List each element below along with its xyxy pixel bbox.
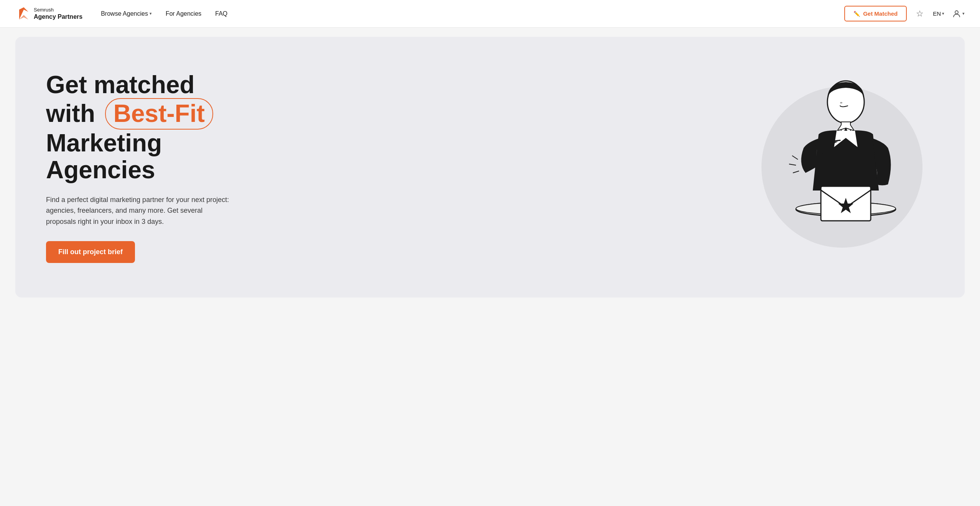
svg-marker-0 xyxy=(19,7,28,20)
nav-browse-agencies[interactable]: Browse Agencies ▾ xyxy=(101,10,152,17)
main-nav: Browse Agencies ▾ For Agencies FAQ xyxy=(101,10,844,17)
chevron-down-icon: ▾ xyxy=(942,11,944,16)
svg-line-11 xyxy=(793,171,799,173)
hero-subtitle: Find a perfect digital marketing partner… xyxy=(46,194,230,227)
svg-point-2 xyxy=(955,11,958,14)
hero-heading: Get matched with Best-Fit Marketing Agen… xyxy=(46,71,261,184)
hero-card: Get matched with Best-Fit Marketing Agen… xyxy=(15,37,965,297)
svg-point-4 xyxy=(840,102,842,104)
logo-agency: Agency Partners xyxy=(34,13,82,20)
user-icon xyxy=(952,9,961,18)
best-fit-badge: Best-Fit xyxy=(105,98,213,130)
hero-heading-line3: Marketing Agencies xyxy=(46,130,261,184)
logo-text: Semrush Agency Partners xyxy=(34,7,82,20)
svg-line-10 xyxy=(789,164,796,165)
header: Semrush Agency Partners Browse Agencies … xyxy=(0,0,980,28)
user-account-button[interactable]: ▾ xyxy=(952,9,965,18)
nav-faq[interactable]: FAQ xyxy=(215,10,227,17)
fill-project-brief-button[interactable]: Fill out project brief xyxy=(46,241,135,263)
svg-line-9 xyxy=(792,156,798,159)
favorite-button[interactable]: ☆ xyxy=(914,7,925,20)
pencil-icon: ✏️ xyxy=(853,11,860,17)
semrush-logo-icon xyxy=(15,7,30,21)
nav-for-agencies[interactable]: For Agencies xyxy=(166,10,201,17)
chevron-down-icon: ▾ xyxy=(962,11,965,16)
get-matched-button[interactable]: ✏️ Get Matched xyxy=(844,6,907,21)
hero-content: Get matched with Best-Fit Marketing Agen… xyxy=(46,71,261,263)
hero-heading-line1: Get matched xyxy=(46,71,261,98)
waiter-illustration xyxy=(769,71,915,263)
logo[interactable]: Semrush Agency Partners xyxy=(15,7,82,21)
language-selector[interactable]: EN ▾ xyxy=(933,10,944,17)
logo-semrush: Semrush xyxy=(34,7,82,13)
hero-section: Get matched with Best-Fit Marketing Agen… xyxy=(0,28,980,313)
header-right: ✏️ Get Matched ☆ EN ▾ ▾ xyxy=(844,6,965,21)
hero-illustration xyxy=(750,64,934,271)
chevron-down-icon: ▾ xyxy=(150,11,152,16)
star-icon: ☆ xyxy=(916,9,924,18)
hero-heading-line2: with Best-Fit xyxy=(46,98,261,130)
